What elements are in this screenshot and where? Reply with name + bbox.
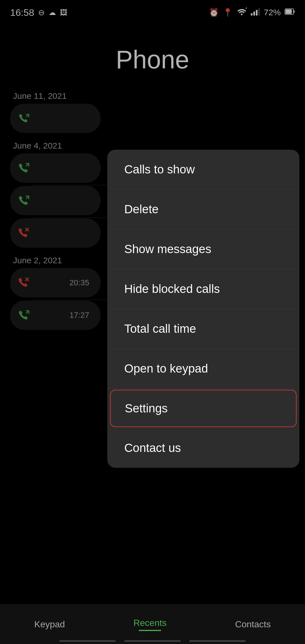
gesture-indicator: [124, 640, 181, 642]
nav-item-contacts[interactable]: Contacts: [218, 616, 287, 632]
nav-item-recents[interactable]: Recents: [116, 615, 183, 634]
menu-item-calls-to-show[interactable]: Calls to show: [107, 150, 299, 190]
bottom-navigation: Keypad Recents Contacts: [0, 604, 305, 644]
menu-item-delete[interactable]: Delete: [107, 190, 299, 229]
nav-label-recents: Recents: [133, 618, 166, 628]
gesture-bar: [59, 640, 246, 642]
gesture-indicator: [189, 640, 246, 642]
menu-item-show-messages[interactable]: Show messages: [107, 229, 299, 269]
nav-label-contacts: Contacts: [235, 619, 271, 630]
menu-item-open-to-keypad[interactable]: Open to keypad: [107, 349, 299, 389]
menu-item-hide-blocked-calls[interactable]: Hide blocked calls: [107, 269, 299, 309]
gesture-indicator: [59, 640, 116, 642]
nav-active-indicator: [139, 630, 161, 631]
nav-item-keypad[interactable]: Keypad: [17, 616, 82, 632]
menu-item-contact-us[interactable]: Contact us: [107, 428, 299, 468]
menu-item-settings[interactable]: Settings: [110, 390, 297, 427]
context-menu: Calls to show Delete Show messages Hide …: [107, 150, 299, 468]
nav-label-keypad: Keypad: [34, 619, 65, 630]
menu-item-total-call-time[interactable]: Total call time: [107, 309, 299, 349]
